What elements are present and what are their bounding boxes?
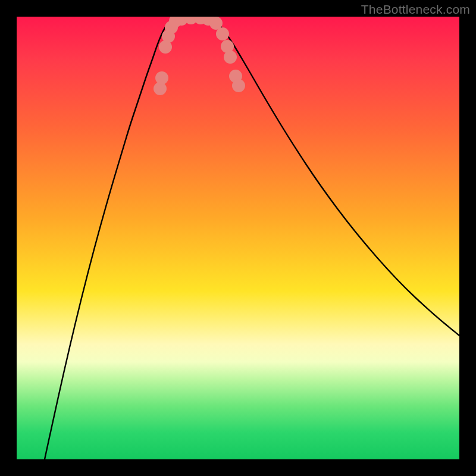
curve-svg: [17, 17, 459, 459]
series-right-branch: [213, 19, 459, 336]
data-marker: [216, 27, 229, 40]
curve-lines: [45, 18, 459, 459]
data-marker: [155, 71, 168, 84]
chart-frame: TheBottleneck.com: [0, 0, 476, 476]
watermark-label: TheBottleneck.com: [361, 2, 470, 17]
data-marker: [224, 51, 237, 64]
data-marker: [232, 79, 245, 92]
plot-area: [17, 17, 459, 459]
marker-cluster: [154, 17, 245, 95]
